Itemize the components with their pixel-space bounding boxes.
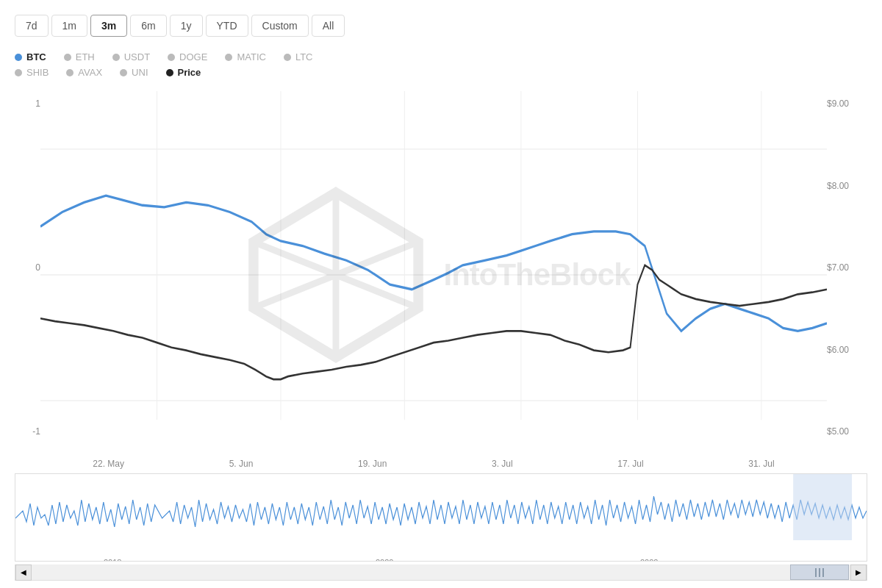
legend-item-shib[interactable]: SHIB <box>15 67 49 78</box>
legend-item-price[interactable]: Price <box>166 67 201 78</box>
legend-label-doge: DOGE <box>179 51 207 62</box>
chart-legend: BTC ETH USDT DOGE MATIC LTC SHIB <box>15 51 867 78</box>
time-btn-6m[interactable]: 6m <box>130 15 166 37</box>
time-btn-custom[interactable]: Custom <box>251 15 309 37</box>
legend-label-matic: MATIC <box>237 51 265 62</box>
main-chart-area: 1 0 -1 IntoTheBlock <box>15 91 867 459</box>
time-btn-1y[interactable]: 1y <box>170 15 203 37</box>
scroll-track[interactable] <box>32 564 850 580</box>
legend-label-uni: UNI <box>132 67 148 78</box>
legend-item-usdt[interactable]: USDT <box>112 51 150 62</box>
scroll-thumb-line-2 <box>819 568 820 577</box>
scroll-thumb-grip <box>815 568 824 577</box>
legend-dot-eth <box>64 54 71 61</box>
navigator-area[interactable]: 2018 2020 2022 <box>15 473 867 562</box>
legend-dot-price <box>166 69 173 76</box>
legend-label-avax: AVAX <box>78 67 102 78</box>
main-chart-svg <box>40 91 827 459</box>
legend-dot-matic <box>225 54 232 61</box>
legend-item-uni[interactable]: UNI <box>120 67 148 78</box>
x-axis-labels: 22. May 5. Jun 19. Jun 3. Jul 17. Jul 31… <box>15 459 867 469</box>
legend-label-price: Price <box>178 67 201 78</box>
y-label-0: 0 <box>15 262 40 273</box>
legend-item-btc[interactable]: BTC <box>15 51 46 62</box>
scroll-thumb-line-1 <box>815 568 817 577</box>
legend-item-avax[interactable]: AVAX <box>66 67 102 78</box>
legend-dot-usdt <box>112 54 120 61</box>
scroll-thumb-line-3 <box>822 568 824 577</box>
y-label-6: $6.00 <box>827 345 867 355</box>
x-label-jun5: 5. Jun <box>229 459 254 469</box>
legend-label-shib: SHIB <box>26 67 49 78</box>
navigator-svg <box>15 474 867 540</box>
legend-dot-ltc <box>284 54 291 61</box>
x-label-jul3: 3. Jul <box>492 459 513 469</box>
legend-item-ltc[interactable]: LTC <box>284 51 313 62</box>
legend-item-matic[interactable]: MATIC <box>225 51 265 62</box>
nav-year-2022: 2022 <box>640 558 658 562</box>
legend-label-usdt: USDT <box>124 51 150 62</box>
y-axis-right: $9.00 $8.00 $7.00 $6.00 $5.00 <box>827 91 867 459</box>
time-btn-1m[interactable]: 1m <box>51 15 87 37</box>
y-axis-left: 1 0 -1 <box>15 91 40 459</box>
time-btn-ytd[interactable]: YTD <box>206 15 248 37</box>
y-label-neg1: -1 <box>15 426 40 437</box>
legend-label-eth: ETH <box>76 51 95 62</box>
legend-item-eth[interactable]: ETH <box>64 51 95 62</box>
y-label-8: $8.00 <box>827 181 867 191</box>
time-btn-3m[interactable]: 3m <box>90 15 127 37</box>
chart-svg-container[interactable]: IntoTheBlock <box>40 91 827 459</box>
legend-dot-uni <box>120 69 127 76</box>
x-label-jul17: 17. Jul <box>617 459 643 469</box>
scrollbar[interactable]: ◀ ▶ <box>15 564 867 581</box>
scroll-right-arrow[interactable]: ▶ <box>850 564 867 581</box>
legend-item-doge[interactable]: DOGE <box>168 51 207 62</box>
legend-dot-shib <box>15 69 22 76</box>
legend-dot-doge <box>168 54 175 61</box>
x-label-jun19: 19. Jun <box>358 459 387 469</box>
legend-label-ltc: LTC <box>295 51 313 62</box>
y-label-1: 1 <box>15 98 40 109</box>
legend-dot-avax <box>66 69 74 76</box>
nav-year-2018: 2018 <box>104 558 121 562</box>
svg-rect-13 <box>793 474 852 540</box>
y-label-7: $7.00 <box>827 262 867 273</box>
time-btn-7d[interactable]: 7d <box>15 15 49 37</box>
x-label-may22: 22. May <box>93 459 124 469</box>
scroll-thumb[interactable] <box>790 564 849 580</box>
y-label-5: $5.00 <box>827 426 867 437</box>
scroll-left-arrow[interactable]: ◀ <box>15 564 32 581</box>
legend-label-btc: BTC <box>26 51 46 62</box>
nav-year-2020: 2020 <box>376 558 393 562</box>
time-btn-all[interactable]: All <box>312 15 345 37</box>
legend-dot-btc <box>15 54 22 61</box>
y-label-9: $9.00 <box>827 98 867 109</box>
time-range-bar: 7d 1m 3m 6m 1y YTD Custom All <box>15 15 867 37</box>
x-label-jul31: 31. Jul <box>748 459 774 469</box>
